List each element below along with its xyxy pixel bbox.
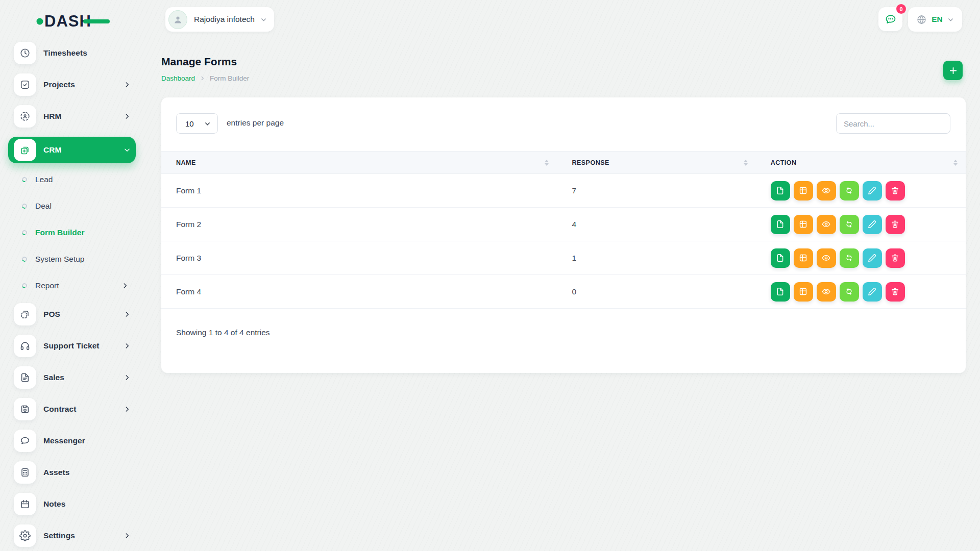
- delete-button[interactable]: [886, 215, 905, 234]
- gear-icon: [14, 524, 36, 547]
- sidebar-item-sales[interactable]: Sales: [8, 366, 136, 389]
- chevron-down-icon: [260, 16, 267, 23]
- messenger-button[interactable]: 0: [878, 7, 902, 31]
- sidebar-subitem-report[interactable]: Report: [8, 276, 136, 296]
- copy-plus-icon: [14, 139, 36, 161]
- language-selector[interactable]: EN: [908, 7, 962, 32]
- bullet-icon: [21, 256, 28, 262]
- plus-icon: [949, 66, 958, 75]
- sidebar-item-projects[interactable]: Projects: [8, 73, 136, 96]
- trash-icon: [890, 219, 900, 229]
- edit-button[interactable]: [863, 248, 882, 268]
- pencil-icon: [867, 287, 877, 296]
- sidebar-item-settings[interactable]: Settings: [8, 524, 136, 547]
- view-button[interactable]: [817, 215, 836, 234]
- search-input[interactable]: [836, 113, 950, 134]
- pencil-icon: [867, 253, 877, 263]
- sidebar-item-notes[interactable]: Notes: [8, 493, 136, 515]
- sidebar-item-messenger[interactable]: Messenger: [8, 430, 136, 452]
- sidebar-item-timesheets[interactable]: Timesheets: [8, 42, 136, 64]
- view-button[interactable]: [817, 282, 836, 302]
- shuffle-icon: [844, 287, 854, 296]
- sidebar-item-label: Notes: [43, 499, 66, 509]
- action-cell: [756, 208, 966, 241]
- grid-icon: [798, 287, 808, 296]
- grid-icon: [798, 186, 808, 195]
- file-button[interactable]: [771, 248, 790, 268]
- entries-select-value: 10: [185, 119, 194, 128]
- grid-button[interactable]: [794, 282, 813, 302]
- file-icon: [775, 287, 785, 296]
- pos-icon: [14, 303, 36, 325]
- grid-button[interactable]: [794, 215, 813, 234]
- sidebar-subitem-system-setup[interactable]: System Setup: [8, 249, 136, 269]
- grid-button[interactable]: [794, 181, 813, 201]
- breadcrumb-current: Form Builder: [210, 74, 249, 82]
- sidebar-item-pos[interactable]: POS: [8, 303, 136, 325]
- sidebar-subitem-lead[interactable]: Lead: [8, 169, 136, 190]
- sidebar-item-label: Support Ticket: [43, 341, 100, 350]
- sidebar-subitem-deal[interactable]: Deal: [8, 196, 136, 216]
- column-header-action[interactable]: ACTION: [756, 152, 966, 174]
- sidebar-subitem-label: System Setup: [35, 255, 85, 264]
- workspace-switcher[interactable]: Rajodiya infotech: [165, 7, 274, 32]
- table-row: Form 17: [161, 174, 966, 208]
- action-buttons: [771, 215, 966, 234]
- file-button[interactable]: [771, 282, 790, 302]
- trash-icon: [890, 253, 900, 263]
- file-button[interactable]: [771, 181, 790, 201]
- edit-button[interactable]: [863, 282, 882, 302]
- shuffle-button[interactable]: [840, 248, 859, 268]
- shuffle-button[interactable]: [840, 215, 859, 234]
- sidebar-item-label: HRM: [43, 112, 62, 121]
- column-header-name[interactable]: NAME: [161, 152, 557, 174]
- sidebar-subitem-label: Deal: [35, 202, 52, 211]
- pencil-icon: [867, 186, 877, 195]
- shuffle-button[interactable]: [840, 181, 859, 201]
- form-name-cell: Form 3: [161, 241, 557, 275]
- sidebar-subitem-form-builder[interactable]: Form Builder: [8, 222, 136, 243]
- column-header-response[interactable]: RESPONSE: [557, 152, 755, 174]
- chevron-right-icon: [124, 532, 131, 539]
- grid-icon: [798, 253, 808, 263]
- file-icon: [775, 253, 785, 263]
- delete-button[interactable]: [886, 181, 905, 201]
- chevron-right-icon: [200, 76, 205, 81]
- sidebar-item-label: Contract: [43, 405, 77, 414]
- edit-button[interactable]: [863, 215, 882, 234]
- form-name-cell: Form 1: [161, 174, 557, 208]
- sort-icon: [545, 160, 549, 166]
- entries-per-page-select[interactable]: 10: [176, 113, 218, 134]
- check-square-icon: [14, 73, 36, 96]
- sidebar-item-hrm[interactable]: HRM: [8, 105, 136, 128]
- shuffle-button[interactable]: [840, 282, 859, 302]
- response-count-cell: 4: [557, 208, 755, 241]
- eye-icon: [821, 287, 831, 296]
- sidebar-item-contract[interactable]: Contract: [8, 398, 136, 420]
- sidebar-item-crm[interactable]: CRM: [8, 137, 136, 163]
- delete-button[interactable]: [886, 248, 905, 268]
- sidebar-subitem-label: Lead: [35, 175, 53, 184]
- logo-dot: [37, 18, 43, 25]
- brand-logo[interactable]: DASH: [36, 10, 113, 32]
- forms-table-card: 10 entries per page NAMERESPONSEACTION F…: [161, 97, 966, 373]
- view-button[interactable]: [817, 181, 836, 201]
- eye-icon: [821, 186, 831, 195]
- shuffle-icon: [844, 186, 854, 195]
- chevron-down-icon: [204, 120, 211, 127]
- eye-icon: [821, 253, 831, 263]
- delete-button[interactable]: [886, 282, 905, 302]
- edit-button[interactable]: [863, 181, 882, 201]
- file-button[interactable]: [771, 215, 790, 234]
- add-form-button[interactable]: [943, 61, 963, 80]
- breadcrumb-dashboard-link[interactable]: Dashboard: [161, 74, 195, 82]
- sidebar-nav: TimesheetsProjectsHRMCRMLeadDealForm Bui…: [8, 42, 136, 551]
- chevron-down-icon: [124, 146, 131, 154]
- action-buttons: [771, 248, 966, 268]
- sidebar-item-assets[interactable]: Assets: [8, 461, 136, 484]
- view-button[interactable]: [817, 248, 836, 268]
- sidebar-item-support-ticket[interactable]: Support Ticket: [8, 335, 136, 357]
- shuffle-icon: [844, 253, 854, 263]
- sidebar-item-label: Timesheets: [43, 48, 87, 58]
- grid-button[interactable]: [794, 248, 813, 268]
